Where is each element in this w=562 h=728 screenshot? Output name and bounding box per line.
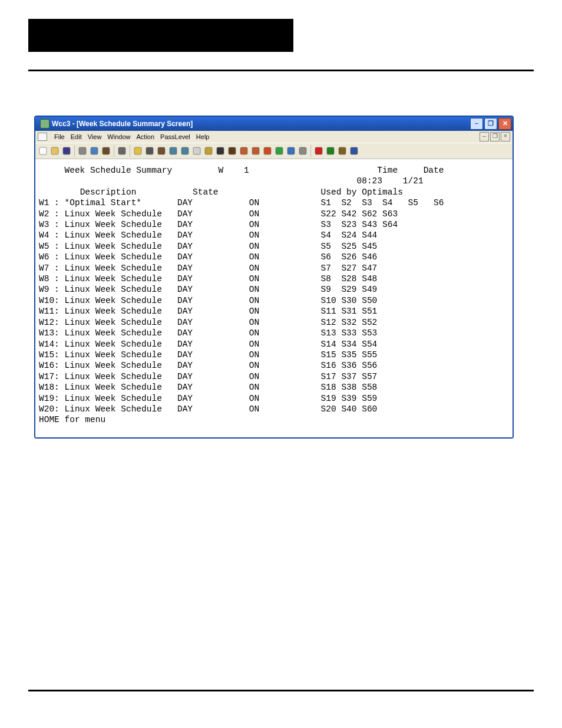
window-controls: – ❐ ✕ (470, 118, 511, 130)
summary-title: Week Schedule Summary W 1 Time Date (39, 166, 444, 175)
schedule-row[interactable]: W17: Linux Week Schedule DAY ON S17 S37 … (39, 372, 377, 381)
content-area: Week Schedule Summary W 1 Time Date 08:2… (35, 159, 513, 437)
copy-icon[interactable] (89, 146, 100, 156)
window-title: Wcc3 - [Week Schedule Summary Screen] (52, 120, 193, 128)
schedule-row[interactable]: W2 : Linux Week Schedule DAY ON S22 S42 … (39, 209, 398, 219)
svg-rect-17 (252, 147, 259, 154)
maximize-button[interactable]: ❐ (484, 118, 497, 130)
svg-rect-11 (181, 147, 189, 154)
svg-rect-13 (205, 147, 212, 154)
step-icon[interactable] (349, 146, 359, 156)
schedule-row[interactable]: W9 : Linux Week Schedule DAY ON S9 S29 S… (39, 285, 377, 294)
alpha-icon[interactable] (227, 146, 237, 156)
menubar: FileEditViewWindowActionPassLevelHelp – … (35, 131, 513, 143)
svg-rect-21 (299, 147, 306, 154)
ok-icon[interactable] (274, 146, 285, 156)
svg-rect-9 (158, 147, 165, 154)
wand2-icon[interactable] (250, 146, 261, 156)
open-icon[interactable] (49, 146, 60, 156)
svg-rect-15 (229, 147, 236, 154)
schedule-row[interactable]: W3 : Linux Week Schedule DAY ON S3 S23 S… (39, 220, 398, 229)
globe-icon[interactable] (286, 146, 296, 156)
stack2-icon[interactable] (180, 146, 190, 156)
schedule-row[interactable]: W1 : *Optimal Start* DAY ON S1 S2 S3 S4 … (39, 198, 444, 207)
schedule-row[interactable]: W10: Linux Week Schedule DAY ON S10 S30 … (39, 296, 377, 305)
toolbar-separator (130, 145, 130, 157)
svg-rect-24 (339, 147, 346, 154)
schedule-row[interactable]: W6 : Linux Week Schedule DAY ON S6 S26 S… (39, 252, 377, 262)
record-icon[interactable] (325, 146, 336, 156)
time-date-line: 08:23 1/21 (39, 176, 424, 186)
doc-icon[interactable] (191, 146, 202, 156)
menu-item-window[interactable]: Window (107, 133, 130, 140)
svg-rect-12 (193, 147, 200, 154)
schedule-row[interactable]: W7 : Linux Week Schedule DAY ON S7 S27 S… (39, 263, 377, 273)
top-rule (28, 70, 534, 71)
titlebar: Wcc3 - [Week Schedule Summary Screen] – … (35, 117, 513, 131)
svg-rect-22 (315, 147, 322, 154)
toolbar-separator (74, 145, 75, 157)
menu-item-passlevel[interactable]: PassLevel (160, 133, 190, 140)
chart-icon[interactable] (297, 146, 308, 156)
new-icon[interactable] (38, 146, 48, 156)
svg-rect-14 (217, 147, 224, 154)
camera-icon[interactable] (156, 146, 167, 156)
cut-icon[interactable] (77, 146, 88, 156)
save-icon[interactable] (61, 146, 72, 156)
schedule-row[interactable]: W8 : Linux Week Schedule DAY ON S8 S28 S… (39, 274, 377, 284)
menu-item-view[interactable]: View (88, 133, 102, 140)
svg-rect-8 (146, 147, 153, 154)
stop-icon[interactable] (313, 146, 324, 156)
svg-rect-19 (276, 147, 283, 154)
fire-icon[interactable] (262, 146, 273, 156)
svg-rect-3 (79, 147, 86, 154)
svg-rect-6 (118, 147, 125, 154)
schedule-row[interactable]: W19: Linux Week Schedule DAY ON S19 S39 … (39, 394, 377, 403)
svg-rect-18 (264, 147, 271, 154)
svg-rect-16 (240, 147, 247, 154)
svg-rect-7 (134, 147, 141, 154)
child-close-button[interactable]: × (501, 132, 510, 141)
schedule-row[interactable]: W12: Linux Week Schedule DAY ON S12 S32 … (39, 318, 377, 327)
menu-item-edit[interactable]: Edit (71, 133, 82, 140)
bell-icon[interactable] (203, 146, 214, 156)
child-restore-button[interactable]: ❐ (490, 132, 500, 141)
minimize-button[interactable]: – (470, 118, 483, 130)
svg-rect-25 (351, 147, 358, 154)
menu-item-file[interactable]: File (54, 133, 65, 140)
schedule-row[interactable]: W20: Linux Week Schedule DAY ON S20 S40 … (39, 404, 377, 414)
schedule-row[interactable]: W15: Linux Week Schedule DAY ON S15 S35 … (39, 350, 377, 360)
binoculars-icon[interactable] (215, 146, 226, 156)
svg-rect-23 (327, 147, 334, 154)
printer2-icon[interactable] (144, 146, 155, 156)
footer-hint: HOME for menu (39, 415, 105, 424)
stack1-icon[interactable] (168, 146, 178, 156)
toolbar-separator (310, 145, 311, 157)
app-icon (40, 119, 49, 129)
wand1-icon[interactable] (239, 146, 249, 156)
svg-rect-4 (91, 147, 98, 154)
svg-rect-20 (287, 147, 295, 154)
help-icon[interactable] (133, 146, 143, 156)
schedule-row[interactable]: W5 : Linux Week Schedule DAY ON S5 S25 S… (39, 242, 377, 251)
menu-item-help[interactable]: Help (196, 133, 210, 140)
schedule-row[interactable]: W18: Linux Week Schedule DAY ON S18 S38 … (39, 383, 377, 392)
svg-rect-10 (170, 147, 177, 154)
bottom-rule (28, 690, 534, 691)
paste-icon[interactable] (101, 146, 111, 156)
menu-item-action[interactable]: Action (136, 133, 154, 140)
child-minimize-button[interactable]: – (480, 132, 489, 141)
child-window-icon[interactable] (38, 133, 47, 141)
svg-rect-0 (39, 147, 47, 154)
toolbar-separator (114, 145, 114, 157)
app-window: Wcc3 - [Week Schedule Summary Screen] – … (34, 116, 514, 439)
schedule-row[interactable]: W4 : Linux Week Schedule DAY ON S4 S24 S… (39, 230, 377, 240)
close-button[interactable]: ✕ (498, 118, 511, 130)
print-icon[interactable] (117, 146, 127, 156)
schedule-row[interactable]: W13: Linux Week Schedule DAY ON S13 S33 … (39, 328, 377, 338)
svg-rect-1 (51, 147, 58, 154)
run-icon[interactable] (337, 146, 348, 156)
schedule-row[interactable]: W11: Linux Week Schedule DAY ON S11 S31 … (39, 307, 377, 316)
schedule-row[interactable]: W14: Linux Week Schedule DAY ON S14 S34 … (39, 340, 377, 349)
schedule-row[interactable]: W16: Linux Week Schedule DAY ON S16 S36 … (39, 361, 377, 370)
